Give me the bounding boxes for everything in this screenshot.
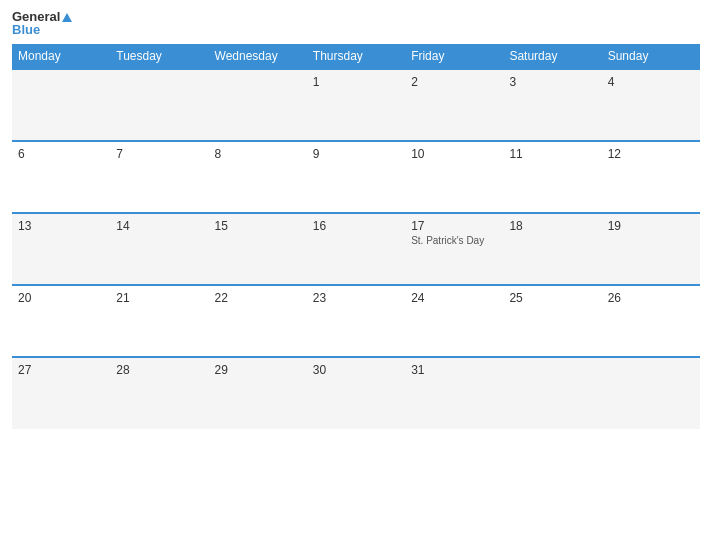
calendar-cell xyxy=(503,357,601,429)
day-number: 10 xyxy=(411,147,497,161)
day-number: 1 xyxy=(313,75,399,89)
calendar-cell: 11 xyxy=(503,141,601,213)
header: General Blue xyxy=(12,10,700,36)
calendar-cell: 18 xyxy=(503,213,601,285)
calendar-cell: 27 xyxy=(12,357,110,429)
calendar-cell: 19 xyxy=(602,213,700,285)
day-number: 13 xyxy=(18,219,104,233)
day-number: 9 xyxy=(313,147,399,161)
weekday-header-saturday: Saturday xyxy=(503,44,601,69)
calendar-cell: 29 xyxy=(209,357,307,429)
day-number: 11 xyxy=(509,147,595,161)
calendar-cell: 28 xyxy=(110,357,208,429)
calendar-cell xyxy=(209,69,307,141)
day-number: 19 xyxy=(608,219,694,233)
calendar-cell: 2 xyxy=(405,69,503,141)
calendar-cell xyxy=(602,357,700,429)
weekday-header-monday: Monday xyxy=(12,44,110,69)
calendar-cell: 12 xyxy=(602,141,700,213)
day-number: 6 xyxy=(18,147,104,161)
calendar-cell: 22 xyxy=(209,285,307,357)
weekday-header-tuesday: Tuesday xyxy=(110,44,208,69)
day-number: 20 xyxy=(18,291,104,305)
calendar-table: MondayTuesdayWednesdayThursdayFridaySatu… xyxy=(12,44,700,429)
calendar-cell: 1 xyxy=(307,69,405,141)
calendar-cell: 21 xyxy=(110,285,208,357)
calendar-cell: 3 xyxy=(503,69,601,141)
calendar-cell: 7 xyxy=(110,141,208,213)
week-row-1: 1234 xyxy=(12,69,700,141)
weekday-header-sunday: Sunday xyxy=(602,44,700,69)
day-number: 28 xyxy=(116,363,202,377)
day-number: 15 xyxy=(215,219,301,233)
day-number: 7 xyxy=(116,147,202,161)
day-number: 8 xyxy=(215,147,301,161)
calendar-cell: 8 xyxy=(209,141,307,213)
week-row-5: 2728293031 xyxy=(12,357,700,429)
day-number: 29 xyxy=(215,363,301,377)
day-number: 31 xyxy=(411,363,497,377)
calendar-cell: 20 xyxy=(12,285,110,357)
week-row-2: 6789101112 xyxy=(12,141,700,213)
calendar-cell: 15 xyxy=(209,213,307,285)
day-number: 22 xyxy=(215,291,301,305)
calendar-cell xyxy=(110,69,208,141)
calendar-cell: 25 xyxy=(503,285,601,357)
day-event: St. Patrick's Day xyxy=(411,235,497,246)
calendar-cell: 30 xyxy=(307,357,405,429)
weekday-header-friday: Friday xyxy=(405,44,503,69)
day-number: 26 xyxy=(608,291,694,305)
calendar-cell: 17St. Patrick's Day xyxy=(405,213,503,285)
calendar-cell: 23 xyxy=(307,285,405,357)
weekday-header-row: MondayTuesdayWednesdayThursdayFridaySatu… xyxy=(12,44,700,69)
calendar-cell: 10 xyxy=(405,141,503,213)
day-number: 21 xyxy=(116,291,202,305)
calendar-cell: 13 xyxy=(12,213,110,285)
calendar-cell: 16 xyxy=(307,213,405,285)
day-number: 2 xyxy=(411,75,497,89)
calendar-cell: 24 xyxy=(405,285,503,357)
week-row-4: 20212223242526 xyxy=(12,285,700,357)
day-number: 4 xyxy=(608,75,694,89)
logo-blue-text: Blue xyxy=(12,23,72,36)
calendar-page: General Blue MondayTuesdayWednesdayThurs… xyxy=(0,0,712,550)
day-number: 18 xyxy=(509,219,595,233)
weekday-header-wednesday: Wednesday xyxy=(209,44,307,69)
week-row-3: 1314151617St. Patrick's Day1819 xyxy=(12,213,700,285)
weekday-header-thursday: Thursday xyxy=(307,44,405,69)
day-number: 3 xyxy=(509,75,595,89)
day-number: 23 xyxy=(313,291,399,305)
calendar-cell: 9 xyxy=(307,141,405,213)
day-number: 24 xyxy=(411,291,497,305)
day-number: 27 xyxy=(18,363,104,377)
calendar-cell: 14 xyxy=(110,213,208,285)
calendar-cell xyxy=(12,69,110,141)
day-number: 12 xyxy=(608,147,694,161)
day-number: 17 xyxy=(411,219,497,233)
day-number: 14 xyxy=(116,219,202,233)
calendar-cell: 31 xyxy=(405,357,503,429)
day-number: 25 xyxy=(509,291,595,305)
day-number: 16 xyxy=(313,219,399,233)
calendar-cell: 6 xyxy=(12,141,110,213)
day-number: 30 xyxy=(313,363,399,377)
calendar-cell: 26 xyxy=(602,285,700,357)
logo: General Blue xyxy=(12,10,72,36)
calendar-cell: 4 xyxy=(602,69,700,141)
